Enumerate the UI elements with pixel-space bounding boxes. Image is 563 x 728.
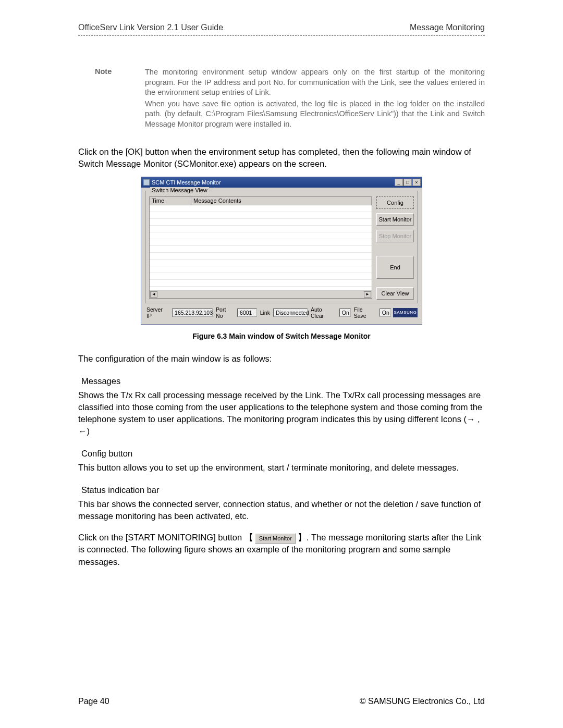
messages-heading: Messages <box>81 376 485 386</box>
close-button[interactable]: × <box>412 179 421 186</box>
note-text: The monitoring environment setup window … <box>145 67 485 130</box>
filesave-value: On <box>380 309 391 317</box>
note-block: Note The monitoring environment setup wi… <box>95 67 485 130</box>
note-label: Note <box>95 67 145 130</box>
page-footer: Page 40 © SAMSUNG Electronics Co., Ltd <box>78 697 485 706</box>
section-title: Message Monitoring <box>410 23 485 32</box>
scm-monitor-window: SCM CTI Message Monitor _ □ × Switch Mes… <box>141 177 422 325</box>
status-paragraph: This bar shows the connected server, con… <box>78 498 485 522</box>
config-button[interactable]: Config <box>376 196 414 209</box>
server-ip-value: 165.213.92.103 <box>172 309 213 317</box>
note-paragraph-1: The monitoring environment setup window … <box>145 67 485 98</box>
minimize-button[interactable]: _ <box>395 179 403 186</box>
app-icon <box>143 179 150 186</box>
server-ip-label: Server IP <box>145 306 170 319</box>
page-content: OfficeServ Link Version 2.1 User Guide M… <box>0 0 563 568</box>
messages-paragraph: Shows the T/x Rx call processing message… <box>78 389 485 437</box>
note-paragraph-2: When you have save file option is activa… <box>145 99 485 130</box>
config-paragraph: This button allows you to set up the env… <box>78 462 485 474</box>
groupbox-label: Switch Message View <box>150 187 209 193</box>
filesave-label: File Save <box>353 306 377 319</box>
message-listview[interactable]: Time Message Contents ◄ ► <box>149 196 372 299</box>
clear-view-button[interactable]: Clear View <box>376 287 414 300</box>
link-label: Link <box>259 310 271 316</box>
page-number: Page 40 <box>78 697 109 706</box>
intro-paragraph: Click on the [OK] button when the enviro… <box>78 146 485 170</box>
port-value: 6001 <box>237 309 257 317</box>
link-value: Disconnected <box>273 309 308 317</box>
switch-message-view-group: Switch Message View Time Message Content… <box>145 191 418 303</box>
status-bar: Server IP 165.213.92.103 Port No 6001 Li… <box>145 303 418 320</box>
scroll-right-icon[interactable]: ► <box>364 291 371 298</box>
listview-header: Time Message Contents <box>150 197 372 205</box>
doc-title: OfficeServ Link Version 2.1 User Guide <box>78 23 223 32</box>
config-intro: The configuration of the main window is … <box>78 353 485 365</box>
status-heading: Status indication bar <box>81 485 485 495</box>
copyright: © SAMSUNG Electronics Co., Ltd <box>360 697 485 706</box>
scroll-left-icon[interactable]: ◄ <box>150 291 157 298</box>
listview-rows <box>150 205 372 291</box>
window-title: SCM CTI Message Monitor <box>152 179 221 186</box>
window-buttons: _ □ × <box>395 179 421 186</box>
page-header: OfficeServ Link Version 2.1 User Guide M… <box>78 23 485 35</box>
maximize-button[interactable]: □ <box>403 179 412 186</box>
samsung-logo: SAMSUNG <box>393 308 418 317</box>
port-label: Port No <box>215 306 235 319</box>
start-monitoring-paragraph: Click on the [START MONITORING] button 【… <box>78 532 485 567</box>
titlebar: SCM CTI Message Monitor _ □ × <box>141 177 422 188</box>
figure-caption: Figure 6.3 Main window of Switch Message… <box>78 332 485 340</box>
stop-monitor-button: Stop Monitor <box>376 230 414 242</box>
autoclear-label: Auto Clear <box>310 306 337 319</box>
end-button[interactable]: End <box>376 256 414 279</box>
start-monitor-button[interactable]: Start Monitor <box>376 213 414 226</box>
start-monitoring-pre: Click on the [START MONITORING] button 【 <box>78 533 253 542</box>
inline-start-monitor-button[interactable]: Start Monitor <box>255 533 296 544</box>
column-time[interactable]: Time <box>150 197 191 205</box>
config-heading: Config button <box>81 449 485 459</box>
header-divider <box>78 35 485 36</box>
autoclear-value: On <box>339 309 351 317</box>
column-contents[interactable]: Message Contents <box>191 197 372 205</box>
horizontal-scrollbar[interactable]: ◄ ► <box>150 291 372 298</box>
side-button-panel: Config Start Monitor Stop Monitor End Cl… <box>376 196 414 300</box>
